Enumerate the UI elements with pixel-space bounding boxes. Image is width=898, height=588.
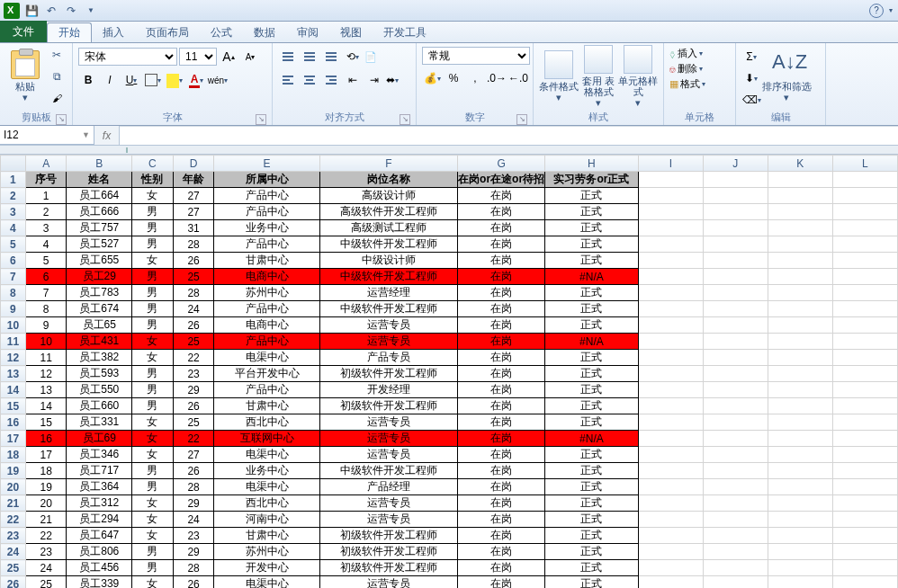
cell[interactable] <box>832 544 897 560</box>
cell[interactable]: 21 <box>25 512 67 528</box>
col-header-A[interactable]: A <box>25 156 67 172</box>
row-header-3[interactable]: 3 <box>1 204 26 220</box>
cell[interactable] <box>832 236 897 253</box>
cell[interactable]: 在岗 <box>458 576 545 589</box>
cell[interactable]: 28 <box>173 479 214 495</box>
cell[interactable]: 员工666 <box>67 204 132 220</box>
sort-filter-button[interactable]: A↓Z 排序和筛选▾ <box>761 45 812 108</box>
currency-button[interactable]: 💰▾ <box>422 68 442 88</box>
cell[interactable]: 高级设计师 <box>319 188 457 204</box>
cell[interactable] <box>638 560 703 576</box>
cell[interactable] <box>768 188 832 204</box>
cell[interactable]: 17 <box>25 447 67 463</box>
row-header-6[interactable]: 6 <box>1 253 26 269</box>
cell[interactable] <box>832 431 897 447</box>
col-header-G[interactable]: G <box>458 156 545 172</box>
italic-button[interactable]: I <box>100 70 120 90</box>
cell[interactable] <box>768 382 832 398</box>
cell[interactable]: 员工431 <box>67 334 132 350</box>
cell[interactable] <box>638 431 703 447</box>
cell[interactable]: 在岗 <box>458 414 545 431</box>
cell[interactable]: 在岗 <box>458 463 545 479</box>
cell[interactable] <box>768 431 832 447</box>
phonetic-button[interactable]: wén▾ <box>208 70 228 90</box>
col-header-C[interactable]: C <box>132 156 174 172</box>
cell[interactable]: 在岗 <box>458 317 545 334</box>
cell[interactable]: 河南中心 <box>214 512 319 528</box>
cell[interactable]: 11 <box>25 350 67 366</box>
cell[interactable] <box>768 414 832 431</box>
cell[interactable]: 26 <box>173 398 214 414</box>
cell[interactable] <box>832 253 897 269</box>
cell[interactable]: 男 <box>132 382 174 398</box>
header-cell[interactable]: 序号 <box>25 172 67 188</box>
cell[interactable]: 5 <box>25 253 67 269</box>
cell[interactable]: 23 <box>173 366 214 382</box>
cell[interactable] <box>832 301 897 317</box>
cell[interactable] <box>703 560 768 576</box>
cell[interactable]: 运营专员 <box>319 431 457 447</box>
cell[interactable] <box>638 414 703 431</box>
cell[interactable] <box>703 334 768 350</box>
cell[interactable]: 员工593 <box>67 366 132 382</box>
cell[interactable]: 男 <box>132 479 174 495</box>
indent-inc-button[interactable]: ⇥ <box>364 70 384 90</box>
cell[interactable] <box>638 479 703 495</box>
cell[interactable] <box>832 447 897 463</box>
formula-input[interactable] <box>120 126 898 145</box>
cell[interactable]: 西北中心 <box>214 495 319 512</box>
cell[interactable]: 在岗 <box>458 285 545 301</box>
copy-button[interactable] <box>47 67 67 86</box>
cell[interactable]: 26 <box>173 576 214 589</box>
cell[interactable]: 互联网中心 <box>214 431 319 447</box>
cell[interactable]: 中级软件开发工程师 <box>319 463 457 479</box>
cell[interactable]: 4 <box>25 236 67 253</box>
cell[interactable]: 23 <box>25 544 67 560</box>
cell[interactable]: 正式 <box>545 544 639 560</box>
cell[interactable] <box>638 350 703 366</box>
cell[interactable]: 在岗 <box>458 269 545 285</box>
cell[interactable] <box>768 512 832 528</box>
cell[interactable] <box>832 576 897 589</box>
cell[interactable]: 运营专员 <box>319 334 457 350</box>
cell[interactable]: 在岗 <box>458 366 545 382</box>
tab-1[interactable]: 插入 <box>92 22 135 42</box>
cell[interactable]: 31 <box>173 220 214 236</box>
cell[interactable]: 在岗 <box>458 350 545 366</box>
cell[interactable] <box>638 204 703 220</box>
col-header-D[interactable]: D <box>173 156 214 172</box>
row-header-13[interactable]: 13 <box>1 366 26 382</box>
cell[interactable]: 20 <box>25 495 67 512</box>
cell[interactable]: 正式 <box>545 479 639 495</box>
cell[interactable] <box>703 172 768 188</box>
cell[interactable]: 运营专员 <box>319 414 457 431</box>
header-cell[interactable]: 所属中心 <box>214 172 319 188</box>
minimize-ribbon-icon[interactable]: ▾ <box>889 6 893 14</box>
cell[interactable] <box>703 188 768 204</box>
cell[interactable] <box>832 204 897 220</box>
cell[interactable] <box>768 285 832 301</box>
col-header-L[interactable]: L <box>832 156 897 172</box>
cell[interactable] <box>638 172 703 188</box>
cell[interactable] <box>703 366 768 382</box>
cell[interactable]: 13 <box>25 382 67 398</box>
row-header-4[interactable]: 4 <box>1 220 26 236</box>
cell[interactable]: 在岗 <box>458 512 545 528</box>
cell[interactable]: 在岗 <box>458 382 545 398</box>
cell[interactable] <box>638 220 703 236</box>
col-header-E[interactable]: E <box>214 156 319 172</box>
bold-button[interactable]: B <box>78 70 98 90</box>
cell[interactable] <box>638 334 703 350</box>
cell[interactable]: 电渠中心 <box>214 576 319 589</box>
cell[interactable] <box>703 431 768 447</box>
cell[interactable] <box>703 285 768 301</box>
cell[interactable]: 员工364 <box>67 479 132 495</box>
cell[interactable]: 在岗 <box>458 398 545 414</box>
cell[interactable] <box>768 350 832 366</box>
tab-0[interactable]: 开始 <box>47 22 92 42</box>
number-format-select[interactable]: 常规 <box>422 47 530 65</box>
cell[interactable]: 14 <box>25 398 67 414</box>
cell[interactable]: 正式 <box>545 398 639 414</box>
cell[interactable]: 1 <box>25 188 67 204</box>
cell[interactable]: 正式 <box>545 495 639 512</box>
